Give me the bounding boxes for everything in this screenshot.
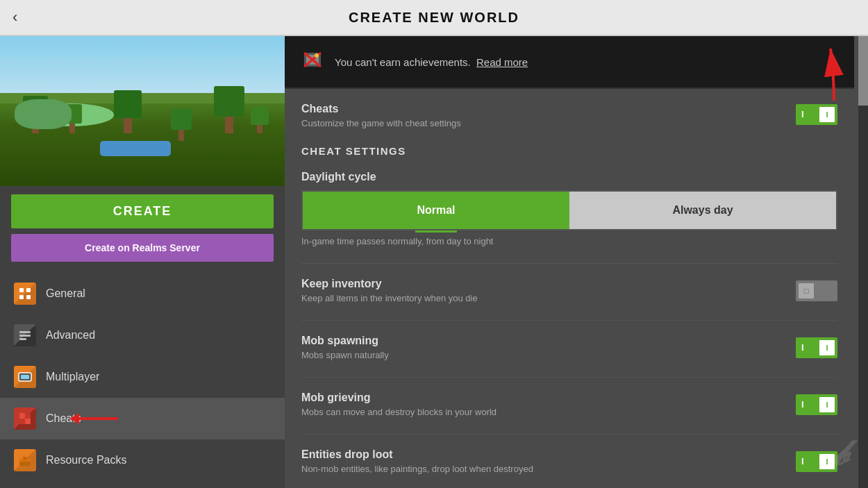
keep-inventory-toggle[interactable]: □: [796, 280, 837, 301]
tree-3: [114, 90, 142, 133]
tree-4: [171, 109, 192, 141]
water-patch: [100, 141, 172, 156]
back-button[interactable]: ‹: [12, 8, 17, 26]
tree-6: [251, 107, 269, 133]
tree-2: [62, 104, 82, 133]
entities-drop-loot-label: Entities drop loot: [301, 448, 533, 461]
divider-1: [301, 263, 837, 264]
sidebar-item-advanced[interactable]: Advanced: [0, 314, 285, 356]
cheats-toggle-area: I I: [796, 104, 837, 128]
daylight-toggle-group: Normal Always day: [301, 190, 837, 230]
keep-inventory-label: Keep inventory: [301, 278, 478, 290]
keep-inventory-row: Keep inventory Keep all items in the inv…: [301, 278, 837, 303]
svg-rect-10: [25, 413, 31, 419]
daylight-always-day-option[interactable]: Always day: [569, 192, 836, 229]
read-more-link[interactable]: Read more: [476, 56, 528, 68]
scrollbar[interactable]: [858, 36, 868, 488]
mob-grieving-label: Mob grieving: [301, 392, 496, 404]
keep-inventory-desc: Keep all items in the inventory when you…: [301, 293, 478, 303]
mob-grieving-row: Mob grieving Mobs can move and destroy b…: [301, 392, 837, 417]
no-achievement-icon: [301, 49, 324, 71]
svg-rect-5: [19, 335, 31, 337]
svg-rect-9: [19, 413, 25, 419]
resource-packs-label: Resource Packs: [46, 454, 127, 466]
scroll-thumb: [858, 36, 868, 106]
watermark: 𝒷: [833, 433, 847, 474]
nav-items: General Advanced: [0, 273, 285, 481]
sidebar-item-general[interactable]: General: [0, 273, 285, 314]
settings-section: Cheats Customize the game with cheat set…: [285, 89, 854, 474]
tree-5: [214, 86, 244, 133]
advanced-icon: [14, 324, 36, 346]
svg-rect-1: [19, 295, 24, 299]
cheats-setting-desc: Customize the game with cheat settings: [301, 118, 461, 128]
svg-rect-11: [19, 419, 25, 424]
mob-spawning-desc: Mobs spawn naturally: [301, 350, 389, 360]
divider-4: [301, 434, 837, 435]
realms-button[interactable]: Create on Realms Server: [11, 234, 274, 262]
resource-packs-icon: [14, 449, 36, 471]
world-preview: [0, 36, 285, 186]
cheats-toggle[interactable]: I I: [796, 104, 837, 125]
cheats-arrow: [69, 408, 125, 429]
daylight-cycle-label: Daylight cycle: [301, 171, 837, 183]
achievement-text: You can't earn achievements. Read more: [335, 56, 528, 68]
create-button[interactable]: CREATE: [11, 194, 274, 228]
content-scroll[interactable]: You can't earn achievements. Read more C…: [285, 36, 868, 488]
content-inner: You can't earn achievements. Read more C…: [285, 36, 868, 474]
svg-rect-6: [19, 338, 26, 340]
main-layout: CREATE Create on Realms Server General: [0, 36, 868, 488]
cheat-settings-title: CHEAT SETTINGS: [301, 145, 837, 157]
entities-drop-loot-toggle[interactable]: I I: [796, 451, 837, 472]
cheats-icon: [14, 407, 36, 430]
mob-grieving-toggle[interactable]: I I: [796, 394, 837, 415]
svg-marker-14: [69, 413, 79, 424]
svg-rect-8: [21, 375, 29, 379]
svg-rect-3: [26, 295, 31, 299]
svg-point-22: [315, 53, 319, 58]
entities-drop-loot-desc: Non-mob entities, like paintings, drop l…: [301, 464, 533, 474]
content-area: You can't earn achievements. Read more C…: [285, 36, 868, 488]
cheats-setting-row: Cheats Customize the game with cheat set…: [301, 103, 837, 128]
mob-spawning-row: Mob spawning Mobs spawn naturally I I: [301, 335, 837, 360]
cheats-setting-label: Cheats: [301, 103, 461, 115]
svg-rect-0: [19, 288, 24, 292]
svg-rect-2: [26, 288, 31, 292]
advanced-label: Advanced: [46, 329, 95, 342]
daylight-cycle-desc: In-game time passes normally, from day t…: [301, 236, 837, 246]
entities-drop-loot-row: Entities drop loot Non-mob entities, lik…: [301, 448, 837, 474]
sidebar-item-multiplayer[interactable]: Multiplayer: [0, 356, 285, 398]
svg-rect-17: [23, 457, 27, 460]
daylight-cycle-row: Daylight cycle Normal Always day In-game…: [301, 171, 837, 246]
world-image-bg: [0, 36, 285, 186]
mob-grieving-desc: Mobs can move and destroy blocks in your…: [301, 407, 496, 417]
header: ‹ CREATE NEW WORLD: [0, 0, 868, 36]
svg-rect-4: [19, 331, 31, 333]
page-title: CREATE NEW WORLD: [349, 10, 519, 26]
sidebar-item-cheats[interactable]: Cheats: [0, 398, 285, 439]
divider-3: [301, 377, 837, 378]
sidebar: CREATE Create on Realms Server General: [0, 36, 285, 488]
achievement-icon: [301, 49, 324, 75]
achievement-warning: You can't earn achievements. Read more: [285, 36, 854, 89]
multiplayer-icon: [14, 366, 36, 388]
sidebar-item-resource-packs[interactable]: Resource Packs: [0, 439, 285, 481]
cheats-toggle-arrow: [817, 42, 844, 107]
general-label: General: [46, 287, 85, 300]
mob-spawning-label: Mob spawning: [301, 335, 389, 347]
multiplayer-label: Multiplayer: [46, 371, 99, 383]
tree-1: [23, 96, 48, 133]
mob-spawning-toggle[interactable]: I I: [796, 337, 837, 358]
general-icon: [14, 283, 36, 305]
divider-2: [301, 320, 837, 321]
daylight-normal-option[interactable]: Normal: [303, 192, 569, 229]
svg-rect-12: [25, 419, 31, 424]
